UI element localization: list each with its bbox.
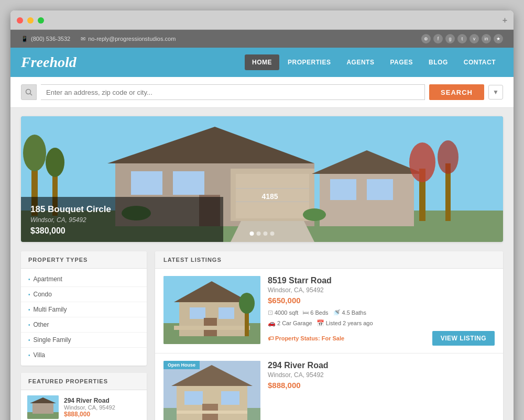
hero-address: 185 Bouquet Circle xyxy=(30,204,214,215)
listing-footer-1: 🏷 Property Status: For Sale VIEW LISTING xyxy=(268,331,495,346)
svg-rect-37 xyxy=(190,307,205,319)
rss-icon[interactable]: ⊕ xyxy=(421,34,431,43)
listings-header: LATEST LISTINGS xyxy=(155,251,503,269)
svg-point-24 xyxy=(438,140,458,174)
svg-rect-47 xyxy=(184,391,203,405)
listing-thumb-2[interactable]: Open House xyxy=(163,361,260,420)
nav-links: HOME PROPERTIES AGENTS PAGES BLOG CONTAC… xyxy=(245,54,503,70)
type-condo[interactable]: • Condo xyxy=(21,287,147,302)
nav-agents[interactable]: AGENTS xyxy=(339,54,381,70)
phone-icon: 📱 xyxy=(21,36,28,42)
listed-value: Listed 2 years ago xyxy=(326,320,373,326)
nav-properties[interactable]: PROPERTIES xyxy=(280,54,338,70)
type-villa[interactable]: • Villa xyxy=(21,348,147,362)
svg-rect-50 xyxy=(177,411,247,414)
listing-meta-1b: 🚗 2 Car Garage 📅 Listed 2 years ago xyxy=(268,319,495,327)
browser-chrome: + xyxy=(10,10,514,30)
two-column-layout: PROPERTY TYPES • Apartment • Condo • Mul xyxy=(21,251,503,420)
bed-icon: 🛏 xyxy=(302,309,309,316)
listings-card: LATEST LISTINGS xyxy=(155,251,503,420)
hero-overlay: 185 Bouquet Circle Windsor, CA, 95492 $3… xyxy=(21,197,223,242)
phone-number: (800) 536-3532 xyxy=(31,36,70,42)
svg-rect-20 xyxy=(367,179,393,200)
sqft-icon: ⊡ xyxy=(268,309,273,316)
garage-value: 2 Car Garage xyxy=(277,320,312,326)
listing-price-2: $888,000 xyxy=(268,381,495,390)
svg-rect-31 xyxy=(32,403,53,414)
bullet-icon: • xyxy=(28,337,30,343)
svg-rect-38 xyxy=(219,307,234,319)
search-section: SEARCH ▼ xyxy=(10,77,514,108)
nav-pages[interactable]: PAGES xyxy=(383,54,420,70)
svg-point-7 xyxy=(46,148,64,177)
nav-home[interactable]: HOME xyxy=(245,54,279,70)
status-label: 🏷 Property Status: xyxy=(268,335,322,341)
listing-item-1: 8519 Starr Road Windsor, CA, 95492 $650,… xyxy=(155,269,503,353)
main-content: 4185 185 Bouquet Circle Windsor, CA, 954… xyxy=(10,108,514,420)
search-dropdown-toggle[interactable]: ▼ xyxy=(488,85,503,100)
browser-window: + 📱 (800) 536-3532 ✉ no-reply@progressio… xyxy=(10,10,514,420)
search-button[interactable]: SEARCH xyxy=(429,84,484,100)
status-value: For Sale xyxy=(322,335,344,341)
twitter-icon[interactable]: t xyxy=(457,34,467,43)
featured-info: 294 River Road Windsor, CA, 95492 $888,0… xyxy=(64,397,115,418)
open-house-badge: Open House xyxy=(163,361,200,369)
featured-name: 294 River Road xyxy=(64,397,115,404)
social-icons: ⊕ f g t v in ★ xyxy=(421,34,503,43)
listing-garage: 🚗 2 Car Garage xyxy=(268,319,312,327)
svg-rect-48 xyxy=(221,391,239,405)
type-singlefamily[interactable]: • Single Family xyxy=(21,333,147,348)
site-logo: Freehold xyxy=(21,54,245,71)
bullet-icon: • xyxy=(28,352,30,358)
phone-contact: 📱 (800) 536-3532 xyxy=(21,36,70,42)
email-contact: ✉ no-reply@progressionstudios.com xyxy=(81,36,176,42)
svg-rect-40 xyxy=(174,326,250,330)
googleplus-icon[interactable]: g xyxy=(445,34,455,43)
type-condo-label: Condo xyxy=(34,291,52,298)
carousel-dot-1[interactable] xyxy=(250,231,254,236)
linkedin-icon[interactable]: in xyxy=(482,34,491,43)
type-apartment-label: Apartment xyxy=(34,275,62,283)
carousel-dot-3[interactable] xyxy=(264,231,268,236)
address-search-input[interactable] xyxy=(41,84,425,100)
hero-image: 4185 185 Bouquet Circle Windsor, CA, 954… xyxy=(21,116,503,242)
new-tab-button[interactable]: + xyxy=(503,16,507,25)
svg-point-0 xyxy=(26,90,31,94)
left-sidebar: PROPERTY TYPES • Apartment • Condo • Mul xyxy=(21,251,147,420)
facebook-icon[interactable]: f xyxy=(433,34,443,43)
type-other[interactable]: • Other xyxy=(21,317,147,333)
svg-text:4185: 4185 xyxy=(261,192,278,201)
listing-thumb-1[interactable] xyxy=(163,276,260,344)
featured-price: $888,000 xyxy=(64,411,115,418)
hero-city: Windsor, CA, 95492 xyxy=(30,216,214,224)
bullet-icon: • xyxy=(28,277,30,282)
svg-point-22 xyxy=(409,142,435,182)
listing-sqft: ⊡ 4000 sqft xyxy=(268,309,298,316)
hero-carousel[interactable]: 4185 185 Bouquet Circle Windsor, CA, 954… xyxy=(21,116,503,242)
svg-rect-15 xyxy=(173,171,204,195)
bath-icon: 🚿 xyxy=(333,309,341,316)
listing-price-1: $650,000 xyxy=(268,296,495,305)
listing-item-2: Open House xyxy=(155,353,503,420)
nav-blog[interactable]: BLOG xyxy=(421,54,455,70)
nav-contact[interactable]: CONTACT xyxy=(456,54,503,70)
type-apartment[interactable]: • Apartment xyxy=(21,272,147,287)
minimize-button[interactable] xyxy=(27,17,34,24)
svg-point-26 xyxy=(303,208,326,221)
carousel-dot-4[interactable] xyxy=(270,231,275,236)
vimeo-icon[interactable]: v xyxy=(470,34,479,43)
listing-baths: 🚿 4.5 Baths xyxy=(333,309,366,316)
listing-listed: 📅 Listed 2 years ago xyxy=(316,319,373,327)
carousel-dot-2[interactable] xyxy=(257,231,261,236)
star-icon[interactable]: ★ xyxy=(494,34,503,43)
listing-title-1: 8519 Starr Road xyxy=(268,276,495,285)
top-bar: 📱 (800) 536-3532 ✉ no-reply@progressions… xyxy=(10,30,514,48)
close-button[interactable] xyxy=(17,17,23,24)
featured-item-1[interactable]: 294 River Road Windsor, CA, 95492 $888,0… xyxy=(21,390,147,420)
maximize-button[interactable] xyxy=(38,17,44,24)
view-listing-button-1[interactable]: VIEW LISTING xyxy=(432,331,495,346)
beds-value: 6 Beds xyxy=(310,310,328,316)
search-icon xyxy=(21,84,37,100)
type-multifamily[interactable]: • Multi Family xyxy=(21,302,147,317)
listings-section: LATEST LISTINGS xyxy=(155,251,503,420)
